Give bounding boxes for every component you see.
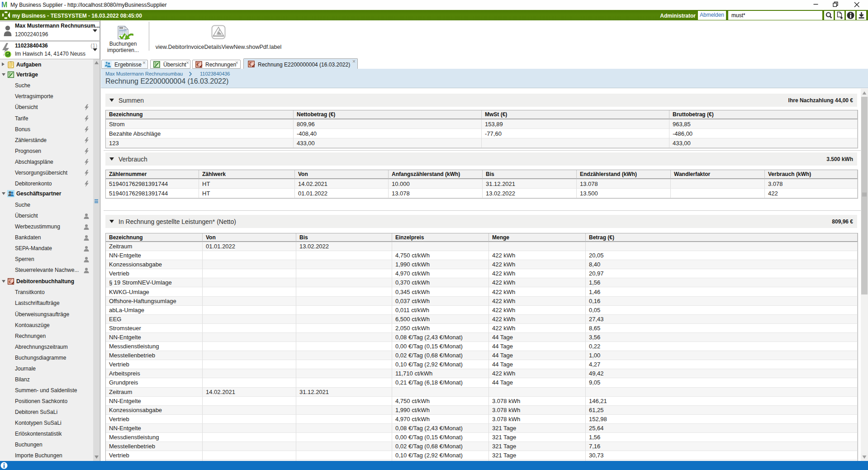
svg-text:€: € [249, 62, 252, 67]
svg-text:€: € [9, 279, 11, 284]
svg-text:€: € [197, 62, 199, 67]
